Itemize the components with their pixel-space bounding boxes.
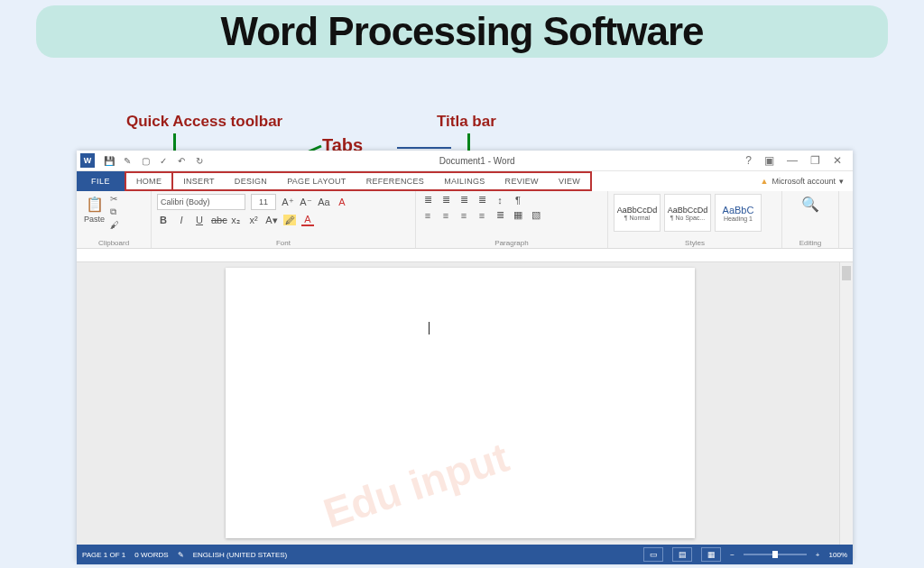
help-icon[interactable]: ? — [745, 154, 752, 167]
find-button[interactable]: 🔍 — [788, 194, 833, 214]
copy-icon[interactable]: ⧉ — [110, 206, 119, 217]
zoom-in-button[interactable]: + — [816, 551, 820, 559]
ribbon-options-icon[interactable]: ▣ — [764, 154, 774, 167]
status-words[interactable]: 0 WORDS — [134, 551, 168, 559]
qat-button[interactable]: ✓ — [154, 156, 172, 166]
indent-inc-icon[interactable]: ↕ — [494, 195, 506, 206]
document-title: Document1 - Word — [208, 156, 745, 166]
borders-icon[interactable]: ▧ — [530, 209, 542, 221]
annotation-qat-mark — [173, 133, 176, 151]
tab-design[interactable]: DESIGN — [225, 173, 277, 189]
shrink-font-icon[interactable]: A⁻ — [300, 197, 312, 208]
show-marks-icon[interactable]: ¶ — [512, 195, 524, 206]
text-effects-button[interactable]: A▾ — [265, 215, 278, 226]
group-font: Calibri (Body) 11 A⁺ A⁻ Aa A B I U abc x… — [152, 191, 416, 248]
superscript-button[interactable]: x² — [247, 215, 260, 225]
line-spacing-icon[interactable]: ≣ — [494, 209, 506, 221]
paste-button[interactable]: 📋 Paste — [82, 194, 106, 224]
group-label: Clipboard — [82, 238, 145, 247]
numbering-icon[interactable]: ≣ — [439, 194, 452, 206]
font-color-button[interactable]: A — [301, 214, 314, 226]
qat-redo-icon[interactable]: ↻ — [190, 156, 208, 166]
page-header: Word Processing Software — [36, 5, 888, 58]
view-read-icon[interactable]: ▭ — [643, 547, 663, 562]
tab-references[interactable]: REFERENCES — [356, 173, 435, 189]
account-label: Microsoft account — [772, 177, 836, 186]
tab-mailings[interactable]: MAILINGS — [434, 173, 494, 189]
ribbon: 📋 Paste ✂ ⧉ 🖌 Clipboard Calibri (Body) 1… — [77, 191, 853, 249]
status-page[interactable]: PAGE 1 OF 1 — [82, 551, 125, 559]
group-label: Editing — [788, 238, 833, 247]
justify-icon[interactable]: ≡ — [476, 210, 488, 221]
multilevel-icon[interactable]: ≣ — [457, 194, 470, 206]
minimize-icon[interactable]: — — [787, 154, 798, 167]
document-area: Edu input — [77, 262, 853, 545]
shading-icon[interactable]: ▦ — [512, 209, 524, 221]
font-size-select[interactable]: 11 — [251, 194, 276, 210]
bold-button[interactable]: B — [157, 215, 170, 225]
tab-insert[interactable]: INSERT — [173, 173, 225, 189]
tab-page-layout[interactable]: PAGE LAYOUT — [277, 173, 356, 189]
window-controls: ? ▣ — ❐ ✕ — [745, 154, 849, 167]
font-name-select[interactable]: Calibri (Body) — [157, 194, 245, 210]
tab-home[interactable]: HOME — [125, 173, 173, 189]
paste-label: Paste — [84, 215, 105, 224]
annotation-qat: Quick Access toolbar — [126, 113, 282, 131]
qat-button[interactable]: ▢ — [136, 156, 154, 166]
group-label: Paragraph — [421, 238, 602, 247]
grow-font-icon[interactable]: A⁺ — [282, 197, 294, 208]
style-no-spacing[interactable]: AaBbCcDd¶ No Spac... — [664, 194, 711, 232]
zoom-out-button[interactable]: − — [730, 551, 735, 559]
title-bar: W 💾 ✎ ▢ ✓ ↶ ↻ Document1 - Word ? ▣ — ❐ ✕ — [77, 151, 853, 171]
ruler — [77, 249, 853, 262]
qat-button[interactable]: ✎ — [118, 156, 136, 166]
zoom-slider[interactable] — [744, 554, 807, 555]
align-center-icon[interactable]: ≡ — [439, 210, 452, 221]
paste-icon: 📋 — [85, 194, 105, 214]
group-label: Font — [157, 238, 410, 247]
word-logo-icon: W — [80, 153, 95, 168]
page-title: Word Processing Software — [54, 9, 870, 54]
highlight-button[interactable]: 🖉 — [283, 215, 296, 225]
clear-format-icon[interactable]: A — [336, 197, 348, 207]
word-window: W 💾 ✎ ▢ ✓ ↶ ↻ Document1 - Word ? ▣ — ❐ ✕… — [77, 151, 853, 562]
tab-review[interactable]: REVIEW — [495, 173, 549, 189]
document-page[interactable] — [226, 268, 695, 538]
microsoft-account[interactable]: ▲Microsoft account▾ — [752, 171, 853, 191]
tabs-highlight-box: HOME INSERT DESIGN PAGE LAYOUT REFERENCE… — [125, 171, 592, 191]
status-language[interactable]: ENGLISH (UNITED STATES) — [193, 551, 288, 559]
ribbon-tabs: FILE HOME INSERT DESIGN PAGE LAYOUT REFE… — [77, 171, 853, 191]
style-heading1[interactable]: AaBbCHeading 1 — [715, 194, 762, 232]
qat-undo-icon[interactable]: ↶ — [172, 156, 190, 166]
bullets-icon[interactable]: ≣ — [421, 194, 434, 206]
strike-button[interactable]: abc — [211, 215, 224, 225]
warning-icon: ▲ — [761, 177, 769, 186]
qat-save-icon[interactable]: 💾 — [100, 156, 118, 166]
vertical-scrollbar[interactable] — [839, 262, 853, 545]
subscript-button[interactable]: x₂ — [229, 215, 242, 226]
restore-icon[interactable]: ❐ — [810, 154, 820, 167]
close-icon[interactable]: ✕ — [833, 154, 842, 167]
file-tab[interactable]: FILE — [77, 171, 125, 191]
indent-dec-icon[interactable]: ≣ — [476, 194, 488, 206]
align-right-icon[interactable]: ≡ — [457, 210, 470, 221]
group-editing: 🔍 Editing — [782, 191, 839, 248]
italic-button[interactable]: I — [175, 215, 188, 225]
style-normal[interactable]: AaBbCcDd¶ Normal — [614, 194, 661, 232]
tab-view[interactable]: VIEW — [549, 173, 590, 189]
text-cursor — [429, 322, 430, 334]
annotation-titlebar: Titla bar — [437, 113, 496, 131]
view-print-icon[interactable]: ▤ — [672, 547, 692, 562]
align-left-icon[interactable]: ≡ — [421, 210, 434, 221]
underline-button[interactable]: U — [193, 215, 206, 225]
change-case-icon[interactable]: Aa — [318, 197, 330, 207]
find-icon: 🔍 — [800, 194, 820, 214]
zoom-thumb[interactable] — [772, 551, 778, 558]
status-proofing-icon[interactable]: ✎ — [178, 551, 184, 559]
view-web-icon[interactable]: ▦ — [701, 547, 721, 562]
group-styles: AaBbCcDd¶ Normal AaBbCcDd¶ No Spac... Aa… — [608, 191, 782, 248]
format-painter-icon[interactable]: 🖌 — [110, 220, 119, 230]
zoom-level[interactable]: 100% — [829, 551, 847, 559]
cut-icon[interactable]: ✂ — [110, 194, 119, 204]
scrollbar-thumb[interactable] — [842, 266, 851, 280]
